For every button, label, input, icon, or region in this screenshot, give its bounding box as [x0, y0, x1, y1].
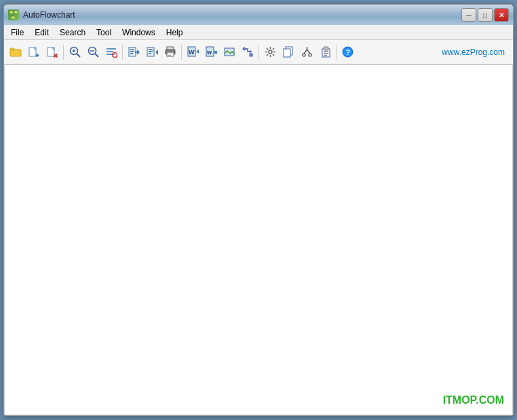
svg-line-4	[14, 14, 16, 16]
copy-button[interactable]	[280, 43, 297, 61]
menu-file[interactable]: File	[5, 26, 29, 39]
toolbar: W w	[4, 40, 513, 64]
svg-marker-40	[155, 50, 158, 55]
word-export-button[interactable]: W	[184, 43, 202, 61]
svg-line-63	[307, 50, 310, 54]
svg-line-22	[77, 54, 80, 57]
separator-5	[336, 45, 337, 60]
svg-rect-28	[107, 54, 115, 55]
menu-bar: File Edit Search Tool Windows Help	[4, 25, 513, 40]
svg-rect-59	[284, 49, 290, 57]
open-folder-button[interactable]	[7, 43, 24, 61]
close-button[interactable]: ✕	[494, 8, 509, 22]
svg-point-61	[309, 54, 311, 56]
title-bar-left: AutoFlowchart	[8, 9, 75, 20]
minimize-button[interactable]: ─	[461, 8, 476, 22]
zoom-out-button[interactable]	[84, 43, 102, 61]
image-export-icon	[223, 45, 236, 59]
svg-rect-39	[149, 53, 151, 54]
paste-button[interactable]	[316, 43, 334, 61]
svg-text:W: W	[189, 49, 195, 56]
image-export-button[interactable]	[221, 43, 238, 61]
svg-rect-45	[168, 55, 171, 56]
title-bar: AutoFlowchart ─ □ ✕	[4, 5, 513, 25]
svg-rect-68	[324, 53, 328, 54]
maximize-button[interactable]: □	[478, 8, 493, 22]
help-icon: ?	[341, 45, 354, 59]
flow-icon	[241, 45, 254, 59]
flow-button[interactable]	[239, 43, 256, 61]
zoom-in-button[interactable]	[66, 43, 83, 61]
url-display: www.ezProg.com	[442, 47, 510, 57]
menu-search[interactable]: Search	[54, 26, 91, 39]
svg-rect-69	[324, 55, 327, 56]
word-export2-button[interactable]: w	[202, 43, 220, 61]
svg-rect-2	[12, 16, 15, 19]
zoom-out-icon	[86, 45, 100, 59]
svg-rect-38	[149, 51, 153, 52]
svg-rect-51	[214, 51, 217, 54]
window-controls: ─ □ ✕	[461, 8, 509, 22]
new-button[interactable]	[25, 43, 43, 61]
svg-rect-26	[107, 48, 116, 50]
svg-line-62	[304, 50, 307, 54]
help-button[interactable]: ?	[339, 43, 356, 61]
import-button[interactable]	[125, 43, 142, 61]
svg-line-3	[12, 14, 14, 16]
export-icon	[145, 45, 159, 59]
settings-button[interactable]	[261, 43, 279, 61]
find-icon	[104, 45, 118, 59]
svg-rect-34	[130, 53, 133, 54]
svg-rect-33	[130, 51, 134, 52]
settings-icon	[263, 45, 277, 59]
cut-button[interactable]	[298, 43, 315, 61]
print-button[interactable]	[161, 43, 179, 61]
separator-3	[181, 45, 182, 60]
app-icon	[8, 9, 19, 20]
close-doc-icon	[45, 45, 59, 59]
svg-point-57	[269, 50, 272, 54]
menu-tool[interactable]: Tool	[91, 26, 117, 39]
main-window: AutoFlowchart ─ □ ✕ File Edit Search Too…	[3, 4, 514, 416]
svg-rect-0	[9, 11, 13, 14]
svg-marker-48	[196, 50, 199, 54]
copy-icon	[282, 45, 295, 59]
print-icon	[164, 45, 177, 59]
svg-rect-27	[107, 51, 113, 52]
import-icon	[127, 45, 140, 59]
export-button[interactable]	[143, 43, 161, 61]
separator-1	[63, 45, 64, 60]
window-title: AutoFlowchart	[23, 10, 75, 20]
svg-rect-66	[324, 47, 328, 50]
svg-rect-44	[168, 54, 172, 54]
svg-rect-1	[14, 11, 18, 14]
svg-rect-37	[149, 49, 153, 50]
close-doc-button[interactable]	[43, 43, 61, 61]
svg-point-55	[243, 47, 246, 50]
word-export-icon: W	[186, 45, 199, 59]
paste-icon	[318, 45, 332, 59]
svg-rect-56	[250, 54, 252, 56]
svg-text:?: ?	[345, 48, 350, 56]
content-area: ITMOP.COM	[4, 64, 513, 415]
open-folder-icon	[9, 45, 22, 59]
zoom-in-icon	[68, 45, 81, 59]
menu-windows[interactable]: Windows	[117, 26, 161, 39]
new-icon	[27, 45, 41, 59]
svg-line-30	[116, 57, 117, 58]
svg-rect-67	[324, 51, 328, 52]
cut-icon	[300, 45, 313, 59]
svg-marker-54	[250, 50, 252, 53]
menu-edit[interactable]: Edit	[29, 26, 54, 39]
svg-rect-32	[130, 49, 134, 50]
svg-line-25	[95, 54, 98, 57]
svg-text:w: w	[206, 49, 212, 56]
menu-help[interactable]: Help	[161, 26, 189, 39]
separator-2	[122, 45, 123, 60]
watermark: ITMOP.COM	[443, 394, 504, 406]
find-button[interactable]	[102, 43, 120, 61]
separator-4	[258, 45, 259, 60]
svg-point-60	[303, 54, 305, 56]
word-export2-icon: w	[204, 45, 218, 59]
svg-rect-6	[10, 48, 14, 50]
